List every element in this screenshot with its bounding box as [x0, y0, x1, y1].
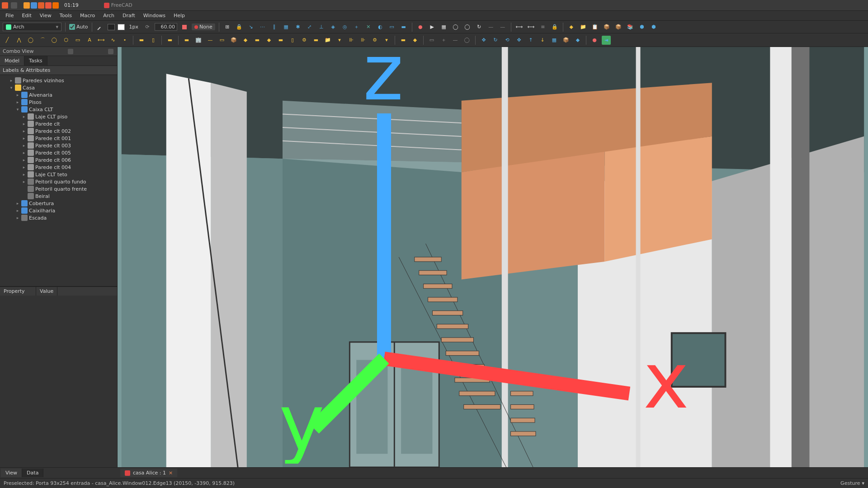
expand-icon[interactable]: ▸ — [15, 93, 20, 97]
arch-panel-icon[interactable]: ▯ — [288, 36, 297, 45]
addon-1-icon[interactable]: ◆ — [567, 23, 576, 32]
menu-macro[interactable]: Macro — [76, 12, 99, 19]
edit-icon[interactable]: 📦 — [561, 36, 571, 45]
addon-6-icon[interactable]: 📚 — [626, 23, 635, 32]
snap-center-icon[interactable]: ◎ — [340, 23, 349, 32]
addon-8-icon[interactable]: ⬢ — [649, 23, 658, 32]
snap-grid2-icon[interactable]: ▦ — [282, 23, 291, 32]
draft-text-icon[interactable]: A — [85, 36, 94, 45]
tree-item[interactable]: ▸Laje CLT teto — [0, 171, 117, 178]
axis-widget[interactable]: z x y — [118, 47, 864, 464]
wire2bspline-icon[interactable]: ◆ — [573, 36, 582, 45]
expand-icon[interactable]: ▸ — [15, 100, 20, 104]
tree-item[interactable]: ▸Parede clt 001 — [0, 135, 117, 142]
add-icon[interactable]: ＋ — [439, 36, 448, 45]
expand-icon[interactable]: ▸ — [9, 78, 14, 83]
draft-bspline-icon[interactable]: ∿ — [108, 36, 118, 45]
arch-roof-icon[interactable]: ▬ — [253, 36, 262, 45]
arch-schedule-icon[interactable]: ▾ — [335, 36, 344, 45]
app-icon[interactable] — [52, 2, 59, 9]
color-swatch-white[interactable] — [118, 24, 125, 30]
snap-lock-icon[interactable]: 🔒 — [235, 23, 244, 32]
arch-equipment-icon[interactable]: ⚙ — [300, 36, 309, 45]
arch-floor-icon[interactable]: ▬ — [182, 36, 191, 45]
tree-item[interactable]: ▸Peitoril quarto fundo — [0, 178, 117, 185]
addon-4-icon[interactable]: 📦 — [602, 23, 611, 32]
app-icon[interactable] — [38, 2, 44, 9]
arch-section-icon[interactable]: 📦 — [229, 36, 238, 45]
expand-icon[interactable]: ▾ — [9, 85, 14, 90]
angle-input[interactable] — [155, 23, 177, 31]
addon-3-icon[interactable]: 📋 — [590, 23, 599, 32]
tree-item[interactable]: ▸Pisos — [0, 99, 117, 106]
arch-add-icon[interactable]: ◆ — [410, 36, 420, 45]
expand-icon[interactable]: ▾ — [15, 107, 20, 112]
arch-toggle-icon[interactable]: ▬ — [399, 36, 408, 45]
arch-pipe-icon[interactable]: ⊪ — [347, 36, 356, 45]
record-icon[interactable]: ● — [590, 36, 599, 45]
arch-component-icon[interactable]: ⚙ — [370, 36, 379, 45]
expand-icon[interactable]: ▸ — [15, 216, 20, 220]
snap-dimensions-icon[interactable]: ▭ — [387, 23, 396, 32]
menu-windows[interactable]: Windows — [140, 12, 169, 19]
window-close-icon[interactable] — [2, 2, 8, 9]
draft-point-icon[interactable]: • — [120, 36, 129, 45]
tree-item[interactable]: ▸Parede clt 004 — [0, 164, 117, 171]
snap-parallel-icon[interactable]: ∥ — [270, 23, 279, 32]
menu-tools[interactable]: Tools — [56, 12, 75, 19]
tree-item[interactable]: ▸Laje CLT piso — [0, 113, 117, 120]
arch-cut-icon[interactable]: ⊪ — [359, 36, 368, 45]
selection-icon[interactable]: ◄ — [602, 36, 611, 45]
offset-icon[interactable]: ⟲ — [503, 36, 512, 45]
tab-tasks[interactable]: Tasks — [24, 56, 47, 66]
draft-polygon-icon[interactable]: ⬡ — [61, 36, 71, 45]
arch-structure-icon[interactable]: ▯ — [149, 36, 158, 45]
rotate-icon[interactable]: ↻ — [491, 36, 500, 45]
spinner-icon[interactable]: ⟳ — [143, 23, 152, 32]
color-picker-icon[interactable] — [96, 23, 105, 32]
arch-space-icon[interactable]: ◆ — [264, 36, 274, 45]
snap-angle-icon[interactable]: ◈ — [329, 23, 338, 32]
tree-item[interactable]: ▸Cobertura — [0, 200, 117, 207]
snap-grid-icon[interactable]: ⊞ — [223, 23, 232, 32]
app-icon[interactable] — [45, 2, 52, 9]
tab-view[interactable]: View — [1, 469, 22, 477]
tree-item[interactable]: Beiral — [0, 192, 117, 200]
expand-icon[interactable]: ▸ — [15, 208, 20, 213]
arch-site-icon[interactable]: — — [206, 36, 215, 45]
tree-item[interactable]: ▸Parede clt 002 — [0, 127, 117, 135]
panel-float-icon[interactable] — [68, 49, 73, 54]
expand-icon[interactable]: ▸ — [22, 165, 26, 169]
tree-item[interactable]: ▸Paredes vizinhos — [0, 77, 117, 84]
snap-workingplane-icon[interactable]: ▬ — [399, 23, 408, 32]
dim-align-icon[interactable]: ≡ — [538, 23, 547, 32]
menu-edit[interactable]: Edit — [18, 12, 35, 19]
document-tab[interactable]: casa Alice : 1 × — [120, 469, 177, 477]
snap-perpendicular-icon[interactable]: ⊥ — [317, 23, 326, 32]
tree-item[interactable]: ▸Parede clt 005 — [0, 149, 117, 156]
move-icon[interactable]: ✥ — [479, 36, 488, 45]
addon-5-icon[interactable]: 📦 — [614, 23, 623, 32]
arch-wall-icon[interactable]: ▬ — [137, 36, 146, 45]
tree-item[interactable]: ▸Parede clt — [0, 120, 117, 127]
snap-intersection-icon[interactable]: ✱ — [293, 23, 302, 32]
expand-icon[interactable]: ▸ — [22, 158, 26, 162]
menu-view[interactable]: View — [36, 12, 55, 19]
expand-icon[interactable]: ▸ — [22, 143, 26, 148]
expand-icon[interactable]: ▸ — [15, 201, 20, 206]
macro-manage-icon[interactable]: ◯ — [451, 23, 460, 32]
macro-edit-icon[interactable]: ▦ — [439, 23, 448, 32]
arch-survey-icon[interactable]: ▾ — [382, 36, 391, 45]
tree-item[interactable]: ▸Alvenaria — [0, 91, 117, 99]
snap-endpoint-icon[interactable]: ↘ — [246, 23, 255, 32]
app-icon[interactable] — [24, 2, 30, 9]
menu-help[interactable]: Help — [170, 12, 189, 19]
expand-icon[interactable]: ▸ — [22, 179, 26, 184]
upgrade-icon[interactable]: ↑ — [526, 36, 535, 45]
menu-file[interactable]: File — [2, 12, 17, 19]
window-minimize-icon[interactable] — [11, 2, 17, 9]
snap-near-icon[interactable]: ◐ — [376, 23, 385, 32]
expand-icon[interactable]: ▸ — [22, 172, 26, 177]
addon-2-icon[interactable]: 📁 — [579, 23, 588, 32]
arch-window-icon[interactable]: ▭ — [217, 36, 226, 45]
